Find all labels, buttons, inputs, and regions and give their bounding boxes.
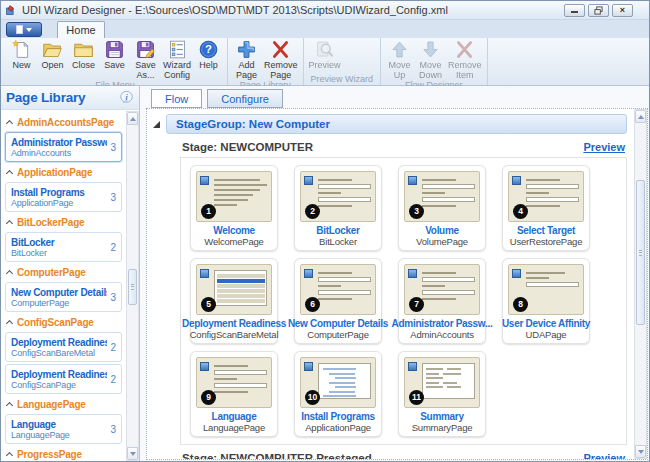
sidebar-group-header[interactable]: ApplicationPage (7, 167, 120, 178)
info-icon[interactable]: i (119, 90, 134, 105)
preview-icon (314, 39, 335, 60)
scroll-up-button[interactable] (127, 112, 138, 125)
sidebar-scrollbar[interactable] (126, 111, 139, 461)
stage-header: Stage: NEWCOMPUTERPreview (180, 134, 627, 157)
stage-section: Stage: NEWCOMPUTERPreview1WelcomeWelcome… (180, 134, 627, 445)
page-item-count: 3 (110, 424, 116, 435)
window-close-button[interactable]: × (612, 4, 633, 17)
close-button[interactable]: Close (68, 39, 99, 71)
collapse-arrow-icon (6, 220, 13, 227)
udi-wizard-designer-window: UDI Wizard Designer - E:\Sources\OSD\MDT… (0, 0, 650, 462)
minimize-button[interactable] (564, 4, 585, 17)
new-document-icon (11, 39, 32, 60)
page-library-item[interactable]: BitLockerBitLocker2 (5, 232, 122, 262)
save-as-button[interactable]: SaveAs... (130, 39, 161, 80)
page-library-item[interactable]: Deployment ReadinessConfigScanBareMetal2 (5, 332, 122, 362)
page-item-subtitle: LanguagePage (11, 430, 107, 440)
sidebar-group-header[interactable]: LanguagePage (7, 399, 120, 410)
collapse-arrow-icon (6, 170, 13, 177)
flow-page-card[interactable]: 4Select TargetUserRestorePage (502, 165, 590, 251)
flow-page-card[interactable]: 1WelcomeWelcomePage (190, 165, 278, 251)
page-item-count: 2 (110, 242, 116, 253)
stage-preview-link[interactable]: Preview (583, 141, 625, 153)
flow-page-card[interactable]: 3VolumeVolumePage (398, 165, 486, 251)
restore-icon (594, 6, 603, 15)
flow-page-card[interactable]: 10Install ProgramsApplicationPage (294, 351, 382, 437)
help-button[interactable]: ?Help (193, 39, 224, 71)
collapse-arrow-icon (6, 452, 13, 459)
close-folder-icon (73, 39, 94, 60)
tab-configure[interactable]: Configure (207, 89, 283, 108)
restore-button[interactable] (588, 4, 609, 17)
wizard-config-button[interactable]: WizardConfig (161, 39, 193, 80)
scroll-up-button[interactable] (635, 110, 646, 123)
page-item-count: 2 (110, 342, 116, 353)
open-button[interactable]: Open (37, 39, 68, 71)
sidebar-group-name: BitLockerPage (17, 217, 84, 228)
remove-item-button-label: RemoveItem (448, 61, 482, 80)
remove-item-button: RemoveItem (446, 39, 484, 80)
stage-group-header[interactable]: StageGroup: New Computer (166, 114, 627, 134)
flow-page-card[interactable]: 9LanguageLanguagePage (190, 351, 278, 437)
flow-page-card[interactable]: 2BitLockerBitLocker (294, 165, 382, 251)
main-scrollbar[interactable] (634, 109, 647, 459)
scroll-up-icon (638, 115, 644, 119)
save-icon (104, 39, 125, 60)
scroll-down-icon (130, 452, 136, 456)
application-menu-button[interactable] (6, 22, 42, 37)
flow-page-card[interactable]: 7Administrator Passw...AdminAccounts (398, 258, 486, 344)
sidebar-group-header[interactable]: ConfigScanPage (7, 317, 120, 328)
flow-canvas: StageGroup: New Computer Stage: NEWCOMPU… (146, 108, 648, 460)
page-number-badge: 3 (409, 204, 424, 219)
page-thumb-icon (512, 269, 521, 278)
remove-page-button-label: RemovePage (264, 61, 298, 80)
new-button[interactable]: New (6, 39, 37, 71)
page-item-title: Install Programs (11, 187, 107, 198)
close-button-label: Close (72, 61, 95, 71)
scroll-down-button[interactable] (635, 445, 646, 458)
page-library-item[interactable]: LanguageLanguagePage3 (5, 414, 122, 444)
flow-page-title: New Computer Details (288, 318, 388, 329)
stage-title: Stage: NEWCOMPUTER (182, 141, 313, 153)
move-down-icon (420, 39, 441, 60)
expander-icon[interactable] (153, 121, 160, 128)
page-number-badge: 6 (305, 297, 320, 312)
page-thumb-icon (304, 269, 313, 278)
save-button[interactable]: Save (99, 39, 130, 71)
page-library-item[interactable]: Install ProgramsApplicationPage3 (5, 182, 122, 212)
flow-page-card[interactable]: 11SummarySummaryPage (398, 351, 486, 437)
flow-page-card[interactable]: 6New Computer DetailsComputerPage (294, 258, 382, 344)
add-page-button[interactable]: AddPage (231, 39, 262, 80)
page-number-badge: 2 (305, 204, 320, 219)
page-thumb-icon (512, 176, 521, 185)
flow-page-title: Welcome (213, 225, 255, 236)
sidebar-group-header[interactable]: AdminAccountsPage (7, 117, 120, 128)
collapse-arrow-icon (6, 320, 13, 327)
page-number-badge: 4 (513, 204, 528, 219)
page-library-item[interactable]: Deployment ReadinessConfigScanPage2 (5, 364, 122, 394)
sidebar-group-header[interactable]: ProgressPage (7, 449, 120, 460)
flow-page-card[interactable]: 8User Device AffinityUDAPage (502, 258, 590, 344)
tab-home[interactable]: Home (57, 21, 105, 38)
page-thumbnail: 3 (404, 171, 480, 222)
page-library-item[interactable]: Administrator PasswordAdminAccounts3 (5, 132, 122, 162)
add-page-icon (236, 39, 257, 60)
stage-title: Stage: NEWCOMPUTER.Prestaged (182, 452, 372, 460)
remove-page-button[interactable]: RemovePage (262, 39, 300, 80)
save-as-button-label: SaveAs... (135, 61, 156, 80)
remove-page-icon (270, 39, 291, 60)
stage-preview-link[interactable]: Preview (583, 452, 625, 460)
sidebar-group-header[interactable]: ComputerPage (7, 267, 120, 278)
page-number-badge: 7 (409, 297, 424, 312)
tab-flow[interactable]: Flow (151, 89, 202, 108)
sidebar-group-header[interactable]: BitLockerPage (7, 217, 120, 228)
ribbon: NewOpenCloseSaveSaveAs...WizardConfig?He… (1, 38, 649, 86)
flow-page-card[interactable]: 5Deployment ReadinessConfigScanBareMetal (190, 258, 278, 344)
sidebar-scrollbar-thumb[interactable] (128, 269, 137, 305)
scroll-down-button[interactable] (127, 447, 138, 460)
page-number-badge: 1 (201, 204, 216, 219)
stage-section: Stage: NEWCOMPUTER.PrestagedPreview (180, 445, 627, 460)
main-scrollbar-thumb[interactable] (636, 180, 645, 325)
page-item-subtitle: ComputerPage (11, 298, 107, 308)
page-library-item[interactable]: New Computer DetailsComputerPage3 (5, 282, 122, 312)
